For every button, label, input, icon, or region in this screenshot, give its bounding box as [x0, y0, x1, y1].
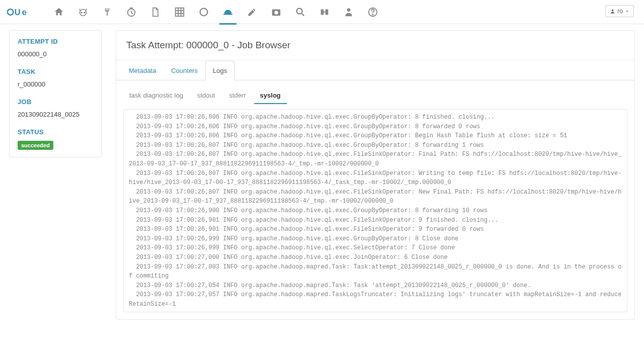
tab-logs[interactable]: Logs — [205, 61, 234, 80]
svg-point-11 — [274, 11, 278, 14]
hdfs-icon[interactable] — [319, 7, 330, 18]
svg-text:e: e — [22, 7, 27, 16]
log-line: 2013-09-03 17:00:26,900 INFO org.apache.… — [129, 206, 622, 216]
log-line: 2013-09-03 17:00:27,057 INFO org.apache.… — [129, 290, 622, 309]
subtab-diag[interactable]: task diagnostic log — [123, 87, 189, 104]
subtab-syslog[interactable]: syslog — [254, 87, 287, 104]
svg-point-6 — [84, 12, 85, 13]
person-icon — [610, 9, 615, 14]
tab-metadata[interactable]: Metadata — [121, 61, 164, 80]
svg-point-16 — [612, 9, 614, 11]
user-icon[interactable] — [343, 7, 354, 18]
grid-icon[interactable] — [174, 7, 185, 18]
help-icon[interactable] — [367, 7, 378, 18]
user-menu[interactable]: ro — [605, 5, 634, 17]
subtab-stdout[interactable]: stdout — [191, 87, 221, 104]
camera-icon[interactable] — [271, 7, 282, 18]
document-icon[interactable] — [150, 7, 161, 18]
home-icon[interactable] — [53, 7, 64, 18]
log-line: 2013-09-03 17:00:26,807 INFO org.apache.… — [129, 150, 622, 168]
task-label: TASK — [18, 68, 93, 75]
attempt-id-label: ATTEMPT ID — [18, 38, 93, 45]
log-line: 2013-09-03 17:00:26,806 INFO org.apache.… — [129, 131, 622, 141]
svg-text:U: U — [15, 7, 21, 16]
top-navbar: U e — [0, 0, 644, 24]
status-label: STATUS — [18, 128, 93, 136]
hue-logo[interactable]: U e — [7, 5, 40, 19]
tab-counters[interactable]: Counters — [164, 61, 205, 80]
log-line: 2013-09-03 17:00:27,054 INFO org.apache.… — [129, 281, 622, 291]
log-line: 2013-09-03 17:00:26,901 INFO org.apache.… — [129, 216, 622, 225]
page-title: Task Attempt: 000000_0 - Job Browser — [116, 31, 634, 60]
log-line: 2013-09-03 17:00:27,003 INFO org.apache.… — [129, 262, 622, 281]
tabs: Metadata Counters Logs — [116, 60, 634, 80]
pig-icon[interactable] — [77, 7, 89, 18]
fork-icon[interactable] — [102, 7, 113, 18]
svg-point-12 — [297, 8, 302, 14]
hardhat-icon[interactable] — [222, 7, 233, 18]
log-line: 2013-09-03 17:00:26,999 INFO org.apache.… — [129, 243, 622, 253]
task-value: r_000000 — [18, 80, 93, 88]
svg-point-15 — [372, 14, 373, 14]
svg-point-13 — [347, 8, 351, 12]
log-line: 2013-09-03 17:00:26,807 INFO org.apache.… — [129, 188, 622, 206]
subtab-stderr[interactable]: stderr — [223, 87, 252, 104]
log-line: 2013-09-03 17:00:26,901 INFO org.apache.… — [129, 225, 622, 234]
log-line: 2013-09-03 17:00:27,000 INFO org.apache.… — [129, 253, 622, 262]
edit-icon[interactable] — [247, 7, 258, 18]
user-label: ro — [617, 8, 623, 15]
svg-point-4 — [80, 9, 87, 16]
search-icon[interactable] — [295, 7, 306, 18]
clock-icon[interactable] — [126, 7, 137, 18]
svg-point-5 — [81, 12, 82, 13]
log-subtabs: task diagnostic log stdout stderr syslog — [116, 80, 634, 105]
job-value: 201309022148_0025 — [18, 111, 93, 118]
nav-icons — [53, 7, 378, 18]
log-output[interactable]: 2013-09-03 17:00:26,806 INFO org.apache.… — [123, 109, 627, 312]
log-line: 2013-09-03 17:00:26,807 INFO org.apache.… — [129, 169, 622, 188]
status-badge: succeeded — [18, 141, 53, 150]
svg-rect-8 — [176, 8, 184, 16]
chevron-down-icon — [625, 9, 629, 14]
log-line: 2013-09-03 17:00:26,807 INFO org.apache.… — [129, 141, 622, 150]
log-line: 2013-09-03 17:00:26,806 INFO org.apache.… — [129, 113, 622, 122]
log-line: 2013-09-03 17:00:26,806 INFO org.apache.… — [129, 122, 622, 132]
attempt-id-value: 000000_0 — [18, 50, 93, 58]
svg-rect-1 — [9, 11, 12, 13]
svg-point-9 — [200, 8, 208, 16]
circle-icon[interactable] — [198, 7, 209, 18]
sidebar: ATTEMPT ID 000000_0 TASK r_000000 JOB 20… — [9, 30, 102, 157]
log-line: 2013-09-03 17:00:26,999 INFO org.apache.… — [129, 234, 622, 244]
job-label: JOB — [18, 98, 93, 106]
main-panel: Task Attempt: 000000_0 - Job Browser Met… — [116, 30, 635, 320]
